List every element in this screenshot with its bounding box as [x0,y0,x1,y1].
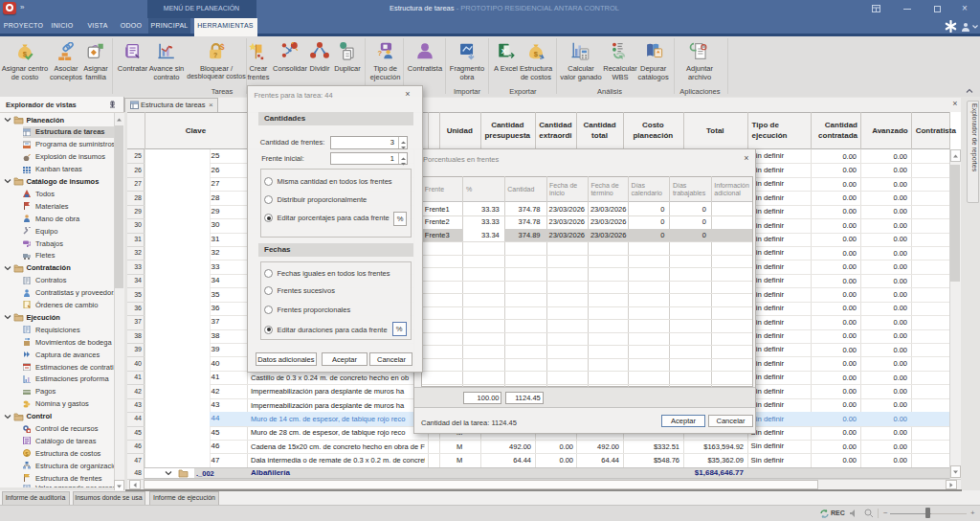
svg-text:?: ? [377,49,382,57]
svg-text:$: $ [220,42,225,52]
svg-text:?: ? [213,52,217,58]
svg-text:X: X [501,47,506,56]
svg-text:$: $ [534,50,539,58]
